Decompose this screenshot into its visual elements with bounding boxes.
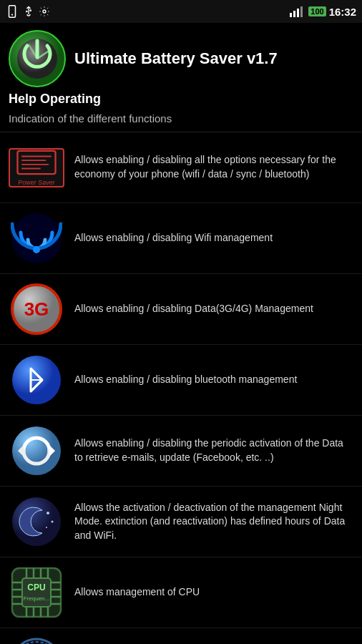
usb-icon [23,5,34,18]
feature-text-data: Allows enabling / disabling Data(3G/4G) … [74,302,353,316]
status-right-area: 100 16:32 [290,6,356,18]
list-item: Power Saver Allows enabling / disabling … [0,132,362,203]
feature-text-cpu: Allows management of CPU [74,585,353,600]
app-header: Ultimate Battery Saver v1.7 [0,23,362,92]
app-title: Ultimate Battery Saver v1.7 [74,49,278,69]
svg-rect-7 [297,9,299,17]
phone-manager-icon: Power Saver [9,140,64,195]
night-mode-icon [9,494,64,550]
feature-text-night: Allows the activation / deactivation of … [74,501,353,543]
svg-point-4 [43,10,46,13]
list-item: Allows enabling / disabling the periodic… [0,416,362,487]
settings-icon [39,6,50,17]
svg-text:Frequen...: Frequen... [24,595,49,602]
feature-text-manager: Allows enabling / disabling all the opti… [74,153,353,181]
phone-icon [6,5,19,18]
status-bar: 100 16:32 [0,0,362,23]
svg-rect-13 [17,150,55,173]
indication-text: Indication of the different functions [0,109,362,132]
list-item: CPU Frequen... Allows management of CPU [0,557,362,628]
list-item: Allows the activation / deactivation of … [0,487,362,557]
svg-point-19 [33,246,40,253]
svg-point-2 [26,11,28,13]
signal-icon [290,6,305,17]
svg-point-1 [11,14,13,15]
status-left-icons [6,5,50,18]
feature-text-sync: Allows enabling / disabling the periodic… [74,436,353,464]
help-title: Help Operating [0,92,362,109]
svg-text:3G: 3G [24,298,49,320]
battery-indicator: 100 [308,6,326,16]
list-item: 3G Allows enabling / disabling Data(3G/4… [0,274,362,345]
bluetooth-icon [9,352,64,408]
time-display: 16:32 [329,6,356,18]
svg-point-29 [47,512,49,514]
list-item: Allows enabling / disabling Wifi managem… [0,203,362,274]
feature-text-bluetooth: Allows enabling / disabling bluetooth ma… [74,373,353,387]
svg-point-30 [52,521,54,523]
svg-text:CPU: CPU [27,582,45,592]
app-icon [9,30,66,87]
svg-rect-8 [300,6,303,17]
svg-rect-0 [9,6,16,18]
battery-info-icon [9,635,64,644]
feature-list: Power Saver Allows enabling / disabling … [0,132,362,644]
sync-icon [9,423,64,479]
wifi-icon [9,210,64,266]
svg-point-31 [46,527,47,528]
cpu-icon: CPU Frequen... [9,565,64,620]
list-item: Allows enabling / disabling bluetooth ma… [0,345,362,416]
data-icon: 3G [9,281,64,337]
feature-text-wifi: Allows enabling / disabling Wifi managem… [74,231,353,245]
svg-point-3 [29,9,31,11]
list-item: Allows enabling / disabling of battery i… [0,628,362,644]
svg-rect-6 [293,11,295,17]
svg-rect-5 [290,13,292,17]
